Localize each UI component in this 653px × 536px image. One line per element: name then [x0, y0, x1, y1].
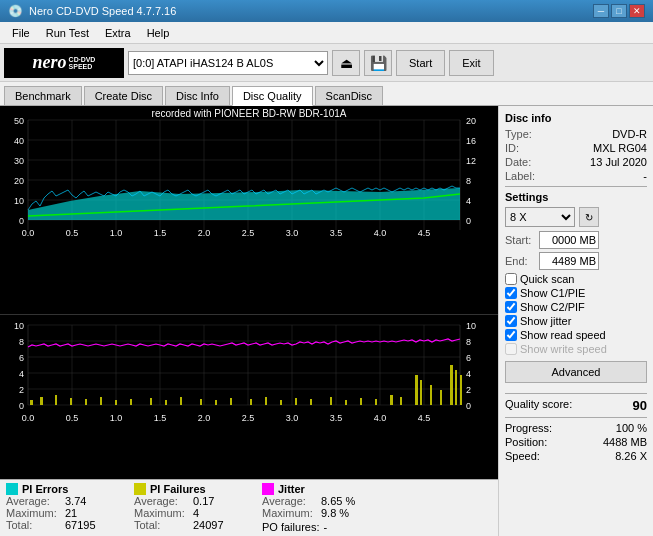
menu-extra[interactable]: Extra — [97, 25, 139, 41]
svg-text:40: 40 — [14, 136, 24, 146]
svg-text:4: 4 — [466, 196, 471, 206]
svg-text:2: 2 — [466, 385, 471, 395]
quick-scan-checkbox[interactable] — [505, 273, 517, 285]
main-content: recorded with PIONEER BD-RW BDR-101A — [0, 106, 653, 536]
show-c1pie-checkbox[interactable] — [505, 287, 517, 299]
svg-text:0: 0 — [19, 216, 24, 226]
pi-errors-max-value: 21 — [65, 507, 77, 519]
jitter-max-row: Maximum: 9.8 % — [262, 507, 355, 519]
end-mb-input[interactable] — [539, 252, 599, 270]
show-c1pie-row: Show C1/PIE — [505, 287, 647, 299]
svg-text:4: 4 — [19, 369, 24, 379]
menu-run-test[interactable]: Run Test — [38, 25, 97, 41]
po-failures-value: - — [323, 521, 327, 533]
tab-benchmark[interactable]: Benchmark — [4, 86, 82, 105]
start-mb-input[interactable] — [539, 231, 599, 249]
close-button[interactable]: ✕ — [629, 4, 645, 18]
pi-errors-legend — [6, 483, 18, 495]
pi-failures-max-label: Maximum: — [134, 507, 189, 519]
pi-errors-label: PI Errors — [22, 483, 68, 495]
svg-text:2: 2 — [19, 385, 24, 395]
progress-row: Progress: 100 % — [505, 422, 647, 434]
eject-button[interactable]: ⏏ — [332, 50, 360, 76]
pi-errors-avg-value: 3.74 — [65, 495, 86, 507]
svg-rect-59 — [30, 400, 33, 405]
disc-date-value: 13 Jul 2020 — [590, 156, 647, 168]
quality-score-value: 90 — [633, 398, 647, 413]
disc-date-row: Date: 13 Jul 2020 — [505, 156, 647, 168]
info-panel: Disc info Type: DVD-R ID: MXL RG04 Date:… — [498, 106, 653, 536]
settings-title: Settings — [505, 191, 647, 203]
pi-errors-max-label: Maximum: — [6, 507, 61, 519]
svg-text:3.5: 3.5 — [330, 413, 343, 423]
tab-disc-quality[interactable]: Disc Quality — [232, 86, 313, 106]
svg-text:16: 16 — [466, 136, 476, 146]
svg-text:3.0: 3.0 — [286, 228, 299, 238]
chart-area: recorded with PIONEER BD-RW BDR-101A — [0, 106, 498, 536]
nero-logo: nero CD·DVDSPEED — [4, 48, 124, 78]
svg-rect-62 — [70, 398, 72, 405]
svg-text:2.5: 2.5 — [242, 413, 255, 423]
svg-rect-41 — [0, 315, 498, 454]
show-write-speed-checkbox[interactable] — [505, 343, 517, 355]
svg-text:0.0: 0.0 — [22, 413, 35, 423]
quick-scan-label: Quick scan — [520, 273, 574, 285]
svg-rect-83 — [400, 397, 402, 405]
menu-file[interactable]: File — [4, 25, 38, 41]
divider-2 — [505, 393, 647, 394]
pi-errors-values: Average: 3.74 Maximum: 21 Total: 67195 — [6, 495, 126, 531]
svg-rect-86 — [430, 385, 432, 405]
svg-rect-72 — [230, 398, 232, 405]
show-write-speed-row: Show write speed — [505, 343, 647, 355]
show-c2pif-checkbox[interactable] — [505, 301, 517, 313]
svg-rect-87 — [440, 390, 442, 405]
advanced-button[interactable]: Advanced — [505, 361, 647, 383]
svg-rect-70 — [200, 399, 202, 405]
svg-text:4.0: 4.0 — [374, 228, 387, 238]
menu-help[interactable]: Help — [139, 25, 178, 41]
jitter-label: Jitter — [278, 483, 305, 495]
svg-rect-79 — [345, 400, 347, 405]
svg-text:8: 8 — [466, 337, 471, 347]
show-jitter-checkbox[interactable] — [505, 315, 517, 327]
svg-text:0: 0 — [466, 216, 471, 226]
pi-failures-avg-row: Average: 0.17 — [134, 495, 254, 507]
maximize-button[interactable]: □ — [611, 4, 627, 18]
jitter-header: Jitter — [262, 483, 355, 495]
svg-rect-84 — [415, 375, 418, 405]
svg-text:10: 10 — [14, 321, 24, 331]
pi-errors-total-label: Total: — [6, 519, 61, 531]
refresh-button[interactable]: ↻ — [579, 207, 599, 227]
exit-button[interactable]: Exit — [449, 50, 493, 76]
svg-text:1.5: 1.5 — [154, 413, 167, 423]
jitter-max-label: Maximum: — [262, 507, 317, 519]
speed-label: Speed: — [505, 450, 540, 462]
minimize-button[interactable]: ─ — [593, 4, 609, 18]
jitter-legend — [262, 483, 274, 495]
position-label: Position: — [505, 436, 547, 448]
start-mb-label: Start: — [505, 234, 535, 246]
show-read-speed-checkbox[interactable] — [505, 329, 517, 341]
pi-failures-total-label: Total: — [134, 519, 189, 531]
quick-scan-row: Quick scan — [505, 273, 647, 285]
pi-failures-total-value: 24097 — [193, 519, 224, 531]
svg-text:3.0: 3.0 — [286, 413, 299, 423]
speed-selector[interactable]: 8 X — [505, 207, 575, 227]
svg-rect-80 — [360, 398, 362, 405]
drive-selector[interactable]: [0:0] ATAPI iHAS124 B AL0S — [128, 51, 328, 75]
save-button[interactable]: 💾 — [364, 50, 392, 76]
disc-label-value: - — [643, 170, 647, 182]
svg-text:1.5: 1.5 — [154, 228, 167, 238]
svg-rect-77 — [310, 399, 312, 405]
tab-disc-info[interactable]: Disc Info — [165, 86, 230, 105]
window-title: Nero CD-DVD Speed 4.7.7.16 — [29, 5, 593, 17]
svg-rect-85 — [420, 380, 422, 405]
disc-id-label: ID: — [505, 142, 519, 154]
titlebar: 💿 Nero CD-DVD Speed 4.7.7.16 ─ □ ✕ — [0, 0, 653, 22]
show-read-speed-row: Show read speed — [505, 329, 647, 341]
pi-errors-header: PI Errors — [6, 483, 126, 495]
start-button[interactable]: Start — [396, 50, 445, 76]
show-jitter-row: Show jitter — [505, 315, 647, 327]
tab-scandisc[interactable]: ScanDisc — [315, 86, 383, 105]
tab-create-disc[interactable]: Create Disc — [84, 86, 163, 105]
